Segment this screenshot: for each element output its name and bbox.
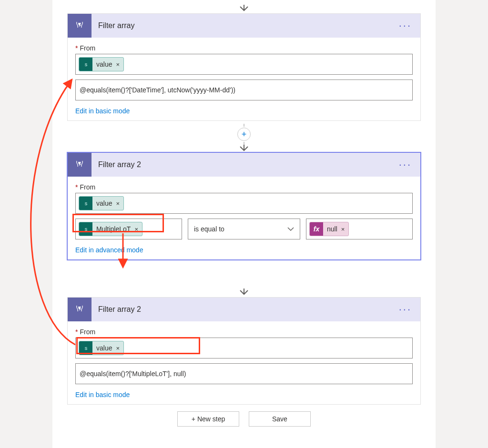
- card-body: * From s value × s MultipleLoT: [68, 177, 420, 259]
- card-menu-button[interactable]: ···: [390, 159, 420, 171]
- workflow-canvas: Filter array ··· * From s value × @equal…: [0, 0, 488, 448]
- from-label: From: [80, 328, 95, 336]
- dynamic-token-multiplelot[interactable]: s MultipleLoT ×: [79, 222, 142, 236]
- from-input[interactable]: s value ×: [75, 338, 413, 358]
- sharepoint-icon: s: [79, 222, 92, 236]
- remove-token-button[interactable]: ×: [116, 345, 123, 352]
- card-title: Filter array: [92, 21, 390, 30]
- card-header[interactable]: Filter array 2 ···: [68, 298, 420, 321]
- required-marker: *: [75, 328, 78, 336]
- remove-token-button[interactable]: ×: [116, 200, 123, 207]
- card-menu-button[interactable]: ···: [390, 20, 420, 32]
- svg-marker-3: [78, 162, 81, 166]
- condition-left-input[interactable]: s MultipleLoT ×: [75, 219, 182, 239]
- connector-line: [244, 124, 244, 127]
- token-label: MultipleLoT: [92, 225, 134, 233]
- data-operations-icon: [68, 153, 92, 177]
- edit-mode-link[interactable]: Edit in advanced mode: [75, 246, 143, 254]
- data-operations-icon: [68, 298, 92, 321]
- token-label: value: [92, 344, 116, 352]
- sharepoint-icon: s: [79, 341, 92, 355]
- expression-token-null[interactable]: fx null ×: [309, 222, 349, 236]
- condition-row: s MultipleLoT × is equal to fx null: [75, 219, 413, 239]
- svg-marker-1: [78, 23, 81, 27]
- card-title: Filter array 2: [92, 305, 390, 314]
- card-header[interactable]: Filter array 2 ···: [68, 153, 420, 177]
- spacer: [52, 260, 436, 289]
- required-marker: *: [75, 183, 78, 191]
- dynamic-token-value[interactable]: s value ×: [79, 196, 124, 210]
- edit-mode-link[interactable]: Edit in basic mode: [75, 107, 130, 115]
- svg-marker-5: [78, 307, 81, 311]
- card-menu-button[interactable]: ···: [390, 303, 420, 316]
- from-input[interactable]: s value ×: [75, 193, 413, 214]
- dynamic-token-value[interactable]: s value ×: [79, 341, 124, 355]
- footer-actions: + New step Save: [52, 411, 436, 427]
- flow-arrow-icon: [240, 145, 248, 151]
- expression-text: @equals(item()?['MultipleLoT'], null): [79, 368, 409, 379]
- token-label: value: [92, 199, 116, 207]
- flow-arrow-icon: [240, 5, 248, 11]
- from-label: From: [80, 44, 95, 52]
- card-title: Filter array 2: [92, 160, 390, 169]
- expression-input[interactable]: @equals(item()?['DateTime'], utcNow('yyy…: [75, 80, 413, 100]
- action-card-filter-array-2-advanced[interactable]: Filter array 2 ··· * From s value × @equ…: [67, 297, 421, 405]
- condition-right-input[interactable]: fx null ×: [306, 219, 413, 239]
- card-body: * From s value × @equals(item()?['DateTi…: [68, 38, 420, 120]
- remove-token-button[interactable]: ×: [116, 61, 123, 68]
- sharepoint-icon: s: [79, 58, 92, 71]
- card-body: * From s value × @equals(item()?['Multip…: [68, 321, 420, 404]
- chevron-down-icon: [287, 227, 294, 231]
- flow-arrow-icon: [240, 289, 248, 295]
- content-column: Filter array ··· * From s value × @equal…: [52, 0, 436, 448]
- save-button[interactable]: Save: [249, 411, 311, 427]
- fx-icon: fx: [310, 222, 323, 236]
- expression-input[interactable]: @equals(item()?['MultipleLoT'], null): [75, 363, 413, 384]
- dynamic-token-value[interactable]: s value ×: [79, 57, 124, 71]
- expression-text: @equals(item()?['DateTime'], utcNow('yyy…: [79, 84, 409, 96]
- condition-operator-select[interactable]: is equal to: [188, 219, 300, 239]
- add-step-button[interactable]: +: [237, 128, 251, 141]
- sharepoint-icon: s: [79, 197, 92, 210]
- remove-token-button[interactable]: ×: [134, 226, 142, 233]
- token-label: null: [323, 225, 341, 233]
- new-step-button[interactable]: + New step: [177, 411, 239, 427]
- token-label: value: [92, 60, 116, 68]
- from-input[interactable]: s value ×: [75, 54, 413, 75]
- remove-token-button[interactable]: ×: [341, 226, 349, 233]
- card-header[interactable]: Filter array ···: [68, 14, 420, 38]
- required-marker: *: [75, 44, 78, 52]
- operator-label: is equal to: [194, 225, 224, 233]
- action-card-filter-array-1[interactable]: Filter array ··· * From s value × @equal…: [67, 13, 421, 121]
- from-label: From: [80, 183, 95, 191]
- action-card-filter-array-2-basic[interactable]: Filter array 2 ··· * From s value ×: [67, 152, 421, 260]
- edit-mode-link[interactable]: Edit in basic mode: [75, 391, 130, 398]
- data-operations-icon: [68, 14, 92, 38]
